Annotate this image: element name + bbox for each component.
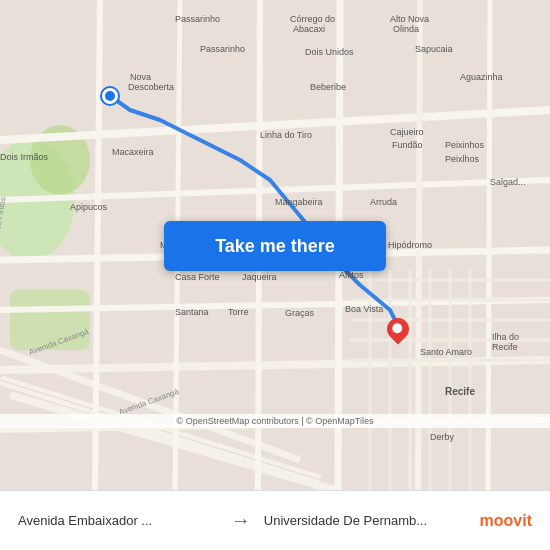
svg-text:Jaqueira: Jaqueira [242,272,277,282]
take-me-there-button[interactable]: Take me there [164,221,386,271]
svg-text:Sapucaia: Sapucaia [415,44,453,54]
moovit-logo: moovit [472,512,540,530]
svg-text:Casa Forte: Casa Forte [175,272,220,282]
svg-text:Descoberta: Descoberta [128,82,174,92]
svg-text:Passarinho: Passarinho [175,14,220,24]
route-arrow: → [226,509,256,532]
svg-text:Torre: Torre [228,307,249,317]
route-from: Avenida Embaixador ... [10,513,226,528]
svg-text:Nova: Nova [130,72,151,82]
svg-text:Boa Vista: Boa Vista [345,304,383,314]
svg-text:Recife: Recife [445,386,475,397]
svg-text:Dois Irmãos: Dois Irmãos [0,152,49,162]
svg-text:Córrego do: Córrego do [290,14,335,24]
svg-text:Hipódromo: Hipódromo [388,240,432,250]
bottom-bar: Avenida Embaixador ... → Universidade De… [0,490,550,550]
svg-text:Salgad...: Salgad... [490,177,526,187]
map-attribution: © OpenStreetMap contributors | © OpenMap… [0,414,550,428]
origin-marker [102,88,118,104]
svg-text:Aflitos: Aflitos [339,270,364,280]
svg-text:Peixlhos: Peixlhos [445,154,480,164]
svg-text:Ilha do: Ilha do [492,332,519,342]
moovit-logo-text: moovit [480,512,532,530]
svg-text:Arruda: Arruda [370,197,397,207]
svg-text:Apipucos: Apipucos [70,202,108,212]
svg-text:Santo Amaro: Santo Amaro [420,347,472,357]
svg-text:Fundão: Fundão [392,140,423,150]
svg-text:Santana: Santana [175,307,209,317]
svg-text:Aguazinha: Aguazinha [460,72,503,82]
svg-text:Abacaxi: Abacaxi [293,24,325,34]
route-from-label: Avenida Embaixador ... [18,513,152,528]
svg-text:Peixinhos: Peixinhos [445,140,485,150]
svg-text:Macaxeira: Macaxeira [112,147,154,157]
svg-text:Derby: Derby [430,432,455,442]
svg-text:Cajueiro: Cajueiro [390,127,424,137]
destination-marker [386,318,410,350]
route-to-label: Universidade De Pernamb... [264,513,427,528]
svg-text:Alto Nova: Alto Nova [390,14,429,24]
svg-text:Passarinho: Passarinho [200,44,245,54]
svg-text:Olinda: Olinda [393,24,419,34]
svg-text:Linha do Tiro: Linha do Tiro [260,130,312,140]
svg-text:Mangabeira: Mangabeira [275,197,323,207]
route-to: Universidade De Pernamb... [256,513,472,528]
svg-text:Dois Unidos: Dois Unidos [305,47,354,57]
map-container: Passarinho Córrego do Abacaxi Alto Nova … [0,0,550,490]
svg-text:Beberibe: Beberibe [310,82,346,92]
svg-text:Graças: Graças [285,308,315,318]
svg-text:Recife: Recife [492,342,518,352]
